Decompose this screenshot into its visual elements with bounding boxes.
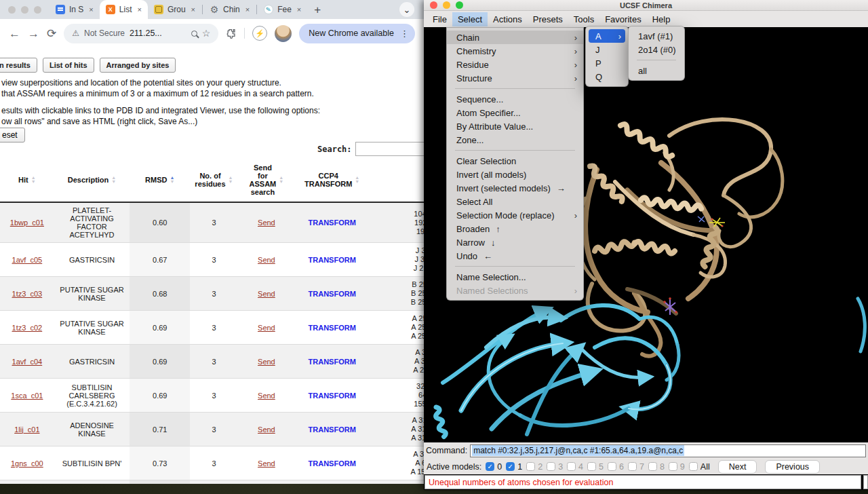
menu-item-p[interactable]: P — [586, 56, 628, 70]
url-text[interactable]: 211.25... — [130, 28, 162, 38]
menu-item-chemistry[interactable]: Chemistry› — [447, 44, 583, 58]
model-checkbox-0[interactable]: ✓0 — [486, 462, 502, 472]
zoom-window-icon[interactable] — [34, 6, 41, 14]
hit-link[interactable]: 1tz3_c02 — [12, 324, 43, 332]
tab-close-icon[interactable]: × — [191, 5, 195, 14]
menu-presets[interactable]: Presets — [528, 12, 568, 26]
menu-item-2o14-0[interactable]: 2o14 (#0) — [629, 43, 684, 56]
next-button[interactable]: Next — [718, 460, 757, 474]
checkbox-icon[interactable] — [587, 462, 596, 471]
sort-arrows-icon[interactable]: ▲▼ — [170, 176, 174, 184]
hit-link[interactable]: 1sca_c01 — [11, 392, 43, 400]
transform-link[interactable]: TRANSFORM — [309, 425, 356, 434]
hit-link[interactable]: 1avf_c04 — [12, 358, 43, 366]
sort-arrows-icon[interactable]: ▲▼ — [229, 176, 233, 184]
model-checkbox-9[interactable]: 9 — [669, 462, 685, 472]
menu-favorites[interactable]: Favorites — [599, 12, 646, 26]
transform-link[interactable]: TRANSFORM — [309, 290, 356, 298]
menu-item-a[interactable]: A› — [589, 29, 625, 43]
back-icon[interactable]: ← — [9, 28, 20, 39]
hit-link[interactable]: 1avf_c05 — [12, 256, 43, 264]
tab-list[interactable]: List× — [100, 0, 148, 19]
send-link[interactable]: Send — [258, 218, 275, 227]
model-checkbox-3[interactable]: 3 — [547, 462, 563, 472]
forward-icon[interactable]: → — [28, 28, 39, 39]
hit-link[interactable]: 1bwp_c01 — [10, 218, 44, 227]
menu-item-by-attribute-value[interactable]: By Attribute Value... — [447, 119, 583, 133]
chimera-window-controls[interactable] — [424, 1, 463, 9]
send-link[interactable]: Send — [258, 290, 275, 298]
column-header-hit[interactable]: Hit▲▼ — [0, 158, 54, 202]
menu-item-all[interactable]: all — [629, 64, 684, 77]
reload-icon[interactable]: ⟳ — [47, 28, 56, 39]
checkbox-icon[interactable] — [526, 462, 535, 471]
checkbox-icon[interactable] — [628, 462, 637, 471]
menu-actions[interactable]: Actions — [488, 12, 528, 26]
transform-link[interactable]: TRANSFORM — [309, 218, 356, 227]
chrome-update-button[interactable]: New Chrome available ⋮ — [299, 24, 415, 43]
menu-item-broaden[interactable]: Broaden↑ — [447, 222, 583, 235]
menu-item-sequence[interactable]: Sequence... — [447, 92, 583, 106]
column-header-ccp4[interactable]: CCP4 TRANSFORM▲▼ — [295, 158, 369, 202]
model-checkbox-all[interactable]: All — [689, 462, 710, 472]
column-header-description[interactable]: Description▲▼ — [54, 158, 130, 202]
tab-close-icon[interactable]: × — [245, 5, 250, 14]
checkbox-icon[interactable] — [608, 462, 616, 471]
menu-item-invert-all-models[interactable]: Invert (all models) — [447, 168, 583, 181]
send-link[interactable]: Send — [258, 459, 275, 468]
checkbox-icon[interactable] — [547, 462, 555, 471]
menu-item-select-all[interactable]: Select All — [447, 195, 583, 208]
send-link[interactable]: Send — [258, 392, 275, 400]
transform-link[interactable]: TRANSFORM — [309, 324, 356, 332]
view-button-list-of-hits[interactable]: List of hits — [43, 58, 94, 73]
checkbox-icon[interactable] — [648, 462, 657, 471]
close-window-icon[interactable] — [8, 6, 16, 14]
menu-item-q[interactable]: Q — [586, 70, 628, 83]
tab-search-button[interactable]: ⌄ — [399, 2, 414, 17]
zoom-icon[interactable] — [191, 31, 197, 37]
previous-button[interactable]: Previous — [765, 460, 820, 474]
menu-item-j[interactable]: J — [586, 43, 628, 56]
checkbox-icon[interactable] — [567, 462, 576, 471]
menu-help[interactable]: Help — [647, 12, 676, 26]
transform-link[interactable]: TRANSFORM — [309, 392, 356, 400]
column-header-send[interactable]: Send for ASSAM search▲▼ — [238, 158, 295, 202]
menu-item-structure[interactable]: Structure› — [447, 71, 583, 85]
sort-arrows-icon[interactable]: ▲▼ — [355, 176, 359, 184]
model-checkbox-5[interactable]: 5 — [587, 462, 604, 472]
tab-in-s[interactable]: In S× — [50, 0, 100, 19]
model-checkbox-2[interactable]: 2 — [526, 462, 542, 472]
transform-link[interactable]: TRANSFORM — [309, 358, 356, 366]
transform-link[interactable]: TRANSFORM — [309, 459, 356, 468]
menu-item-undo[interactable]: Undo← — [447, 249, 583, 263]
hit-link[interactable]: 1tz3_c03 — [12, 290, 43, 298]
checkbox-icon[interactable]: ✓ — [486, 462, 494, 471]
hit-link[interactable]: 1gns_c00 — [11, 459, 43, 468]
view-button-in-results[interactable]: in results — [0, 58, 37, 73]
checkbox-icon[interactable] — [669, 462, 677, 471]
checkbox-icon[interactable] — [689, 462, 698, 471]
menu-item-selection-mode-replace[interactable]: Selection Mode (replace)› — [447, 208, 583, 222]
menu-item-residue[interactable]: Residue› — [447, 58, 583, 71]
command-input[interactable]: match #0:32.j,35.j,217.j@n,ca,c #1:65.a,… — [470, 444, 866, 457]
sort-arrows-icon[interactable]: ▲▼ — [279, 176, 283, 184]
menu-item-name-selection[interactable]: Name Selection... — [447, 270, 583, 284]
search-input[interactable] — [355, 142, 424, 156]
tab-fee[interactable]: Fee× — [258, 0, 307, 19]
send-link[interactable]: Send — [258, 425, 275, 434]
send-link[interactable]: Send — [258, 256, 275, 264]
extensions-puzzle-icon[interactable] — [226, 27, 237, 39]
profile-avatar[interactable] — [275, 25, 292, 42]
tab-close-icon[interactable]: × — [89, 5, 93, 14]
model-checkbox-8[interactable]: 8 — [648, 462, 665, 472]
send-link[interactable]: Send — [258, 358, 275, 366]
model-checkbox-4[interactable]: 4 — [567, 462, 583, 472]
model-checkbox-6[interactable]: 6 — [608, 462, 624, 472]
reset-button[interactable]: eset — [0, 128, 25, 142]
menu-item-clear-selection[interactable]: Clear Selection — [447, 154, 583, 168]
view-button-arranged-by-sites[interactable]: Arranged by sites — [100, 58, 176, 73]
transform-link[interactable]: TRANSFORM — [309, 256, 356, 264]
extension-badge-icon[interactable]: ⚡ — [252, 26, 267, 41]
tab-close-icon[interactable]: × — [137, 5, 141, 14]
model-checkbox-7[interactable]: 7 — [628, 462, 644, 472]
